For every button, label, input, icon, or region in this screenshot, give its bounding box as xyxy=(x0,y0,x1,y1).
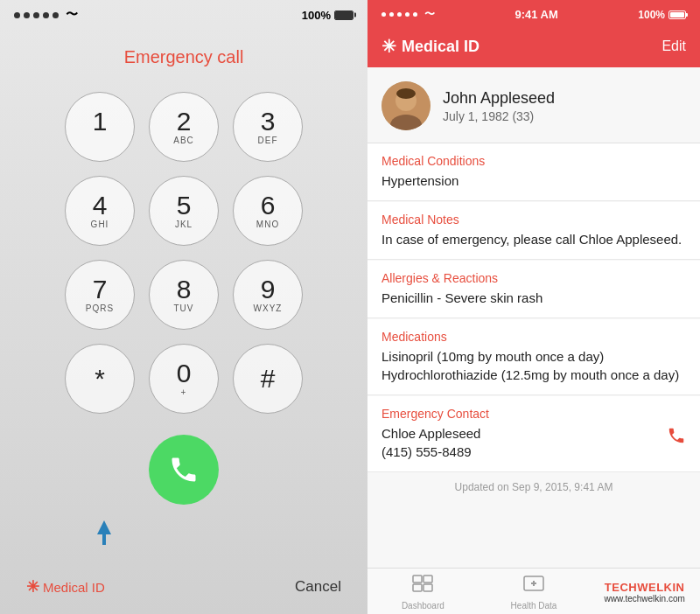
dial-5-letters: JKL xyxy=(175,220,192,229)
dial-0[interactable]: 0 + xyxy=(149,344,219,414)
battery-percent: 100% xyxy=(302,9,331,22)
svg-rect-8 xyxy=(424,584,432,591)
emergency-contact-label: Emergency Contact xyxy=(382,407,686,421)
cancel-button[interactable]: Cancel xyxy=(295,578,341,596)
medications-section: Medications Lisinopril (10mg by mouth on… xyxy=(368,319,700,395)
allergies-label: Allergies & Reactions xyxy=(382,271,686,285)
dial-1[interactable]: 1 xyxy=(65,92,135,162)
dial-2-letters: ABC xyxy=(173,136,194,145)
medical-conditions-label: Medical Conditions xyxy=(382,154,686,168)
signal-dot xyxy=(413,12,417,17)
updated-text: Updated on Sep 9, 2015, 9:41 AM xyxy=(368,472,700,500)
phone-call-icon[interactable] xyxy=(667,426,686,450)
dial-6-num: 6 xyxy=(261,192,276,219)
signal-dot xyxy=(397,12,402,17)
dial-4-letters: GHI xyxy=(91,220,109,229)
dial-8[interactable]: 8 TUV xyxy=(149,260,219,330)
dial-9[interactable]: 9 WXYZ xyxy=(233,260,303,330)
status-bar-right: 〜 9:41 AM 100% xyxy=(368,0,700,29)
status-right: 100% xyxy=(638,9,686,21)
svg-rect-7 xyxy=(413,584,422,591)
medications-label: Medications xyxy=(382,330,686,344)
dial-5[interactable]: 5 JKL xyxy=(149,176,219,246)
emergency-contact-details: Chloe Appleseed (415) 555-8489 xyxy=(382,424,480,461)
dial-5-num: 5 xyxy=(177,192,192,219)
dial-8-letters: TUV xyxy=(174,304,194,313)
dial-4-num: 4 xyxy=(93,192,108,219)
svg-point-4 xyxy=(396,88,416,99)
phone-icon xyxy=(168,454,200,485)
profile-section: John Appleseed July 1, 1982 (33) xyxy=(368,67,700,143)
dial-7-letters: PQRS xyxy=(86,304,114,313)
emergency-contact-section: Emergency Contact Chloe Appleseed (415) … xyxy=(368,396,700,472)
dial-star-sym: * xyxy=(94,366,105,392)
medical-notes-label: Medical Notes xyxy=(382,213,686,227)
dial-9-num: 9 xyxy=(261,276,276,303)
signal-dot xyxy=(405,12,410,17)
signal-dot xyxy=(33,12,39,18)
signal-dot xyxy=(43,12,49,18)
header-title-group: ✳ Medical ID xyxy=(382,36,480,57)
dial-2-num: 2 xyxy=(177,108,192,135)
health-data-icon xyxy=(522,574,545,598)
svg-marker-0 xyxy=(97,520,111,545)
contact-name: Chloe Appleseed xyxy=(382,424,480,443)
edit-button[interactable]: Edit xyxy=(662,38,686,54)
dial-4[interactable]: 4 GHI xyxy=(65,176,135,246)
dial-6-letters: MNO xyxy=(256,220,279,229)
battery-icon xyxy=(334,10,354,20)
avatar xyxy=(382,81,430,130)
medical-notes-section: Medical Notes In case of emergency, plea… xyxy=(368,202,700,260)
emergency-title: Emergency call xyxy=(124,47,244,67)
asterisk-header-icon: ✳ xyxy=(382,36,396,57)
asterisk-icon: ✳ xyxy=(26,577,39,597)
medical-conditions-value: Hypertension xyxy=(382,171,686,190)
profile-dob: July 1, 1982 (33) xyxy=(443,109,555,123)
emergency-contact-row: Chloe Appleseed (415) 555-8489 xyxy=(382,424,686,461)
techwelkin-branding: TECHWELKIN www.techwelkin.com xyxy=(589,574,700,611)
tab-dashboard[interactable]: Dashboard xyxy=(368,574,479,611)
battery-status: 100% xyxy=(302,9,354,22)
dial-6[interactable]: 6 MNO xyxy=(233,176,303,246)
medical-id-button[interactable]: ✳ Medical ID xyxy=(26,577,105,597)
dial-3-num: 3 xyxy=(261,108,276,135)
techwelkin-url: www.techwelkin.com xyxy=(605,594,685,604)
right-panel: 〜 9:41 AM 100% ✳ Medical ID Edit xyxy=(368,0,700,614)
signal-dot xyxy=(24,12,30,18)
status-bar-left: 〜 100% xyxy=(0,0,368,30)
dial-2[interactable]: 2 ABC xyxy=(149,92,219,162)
call-button[interactable] xyxy=(149,435,219,505)
header-title: Medical ID xyxy=(402,38,480,56)
dial-hash[interactable]: # xyxy=(233,344,303,414)
arrow-down-icon xyxy=(92,517,116,555)
profile-name: John Appleseed xyxy=(443,89,555,108)
signal-dot xyxy=(14,12,20,18)
dialpad: 1 2 ABC 3 DEF 4 GHI 5 JKL 6 MNO 7 PQRS 8 xyxy=(65,92,303,414)
dial-1-num: 1 xyxy=(93,108,108,135)
dial-7[interactable]: 7 PQRS xyxy=(65,260,135,330)
wifi-icon-right: 〜 xyxy=(424,7,435,22)
allergies-section: Allergies & Reactions Penicillin - Sever… xyxy=(368,261,700,318)
contact-phone: (415) 555-8489 xyxy=(382,443,480,461)
dial-0-num: 0 xyxy=(177,360,192,387)
status-time: 9:41 AM xyxy=(514,8,557,21)
left-panel: 〜 100% Emergency call 1 2 ABC 3 DEF 4 GH… xyxy=(0,0,368,614)
medical-id-header: ✳ Medical ID Edit xyxy=(368,29,700,67)
status-left: 〜 xyxy=(382,7,435,22)
medical-id-label: Medical ID xyxy=(43,580,105,595)
techwelkin-name: TECHWELKIN xyxy=(605,581,685,594)
tab-health-data[interactable]: Health Data xyxy=(479,574,590,611)
dial-star[interactable]: * xyxy=(65,344,135,414)
battery-icon-right xyxy=(668,10,686,19)
dial-1-letters xyxy=(98,136,102,145)
tab-health-data-label: Health Data xyxy=(511,601,557,611)
bottom-bar: ✳ Medical ID Cancel xyxy=(0,563,368,614)
profile-info: John Appleseed July 1, 1982 (33) xyxy=(443,89,555,123)
dial-9-letters: WXYZ xyxy=(254,304,283,313)
avatar-image xyxy=(382,81,430,130)
svg-rect-5 xyxy=(413,576,422,583)
dial-0-letters: + xyxy=(181,387,187,397)
dial-3[interactable]: 3 DEF xyxy=(233,92,303,162)
medical-conditions-section: Medical Conditions Hypertension xyxy=(368,143,700,201)
medications-value: Lisinopril (10mg by mouth once a day)Hyd… xyxy=(382,347,686,384)
